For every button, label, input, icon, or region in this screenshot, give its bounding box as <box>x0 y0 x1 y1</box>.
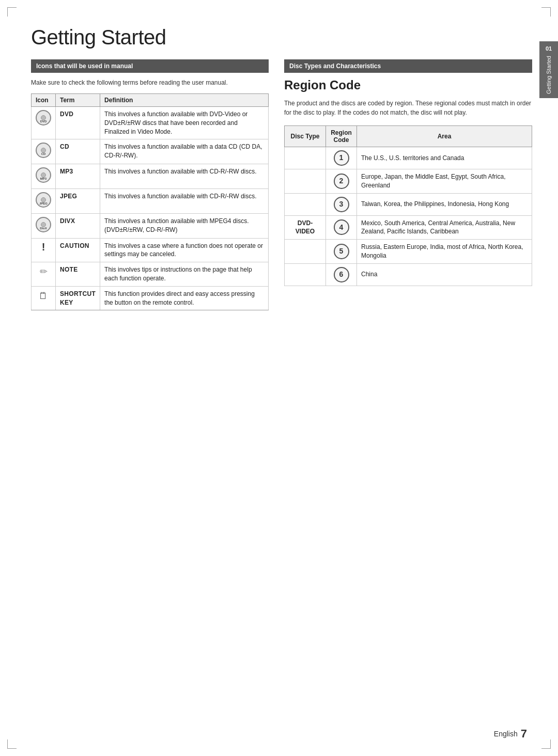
icons-table-row: DivX DivXThis involves a function availa… <box>32 213 269 238</box>
area-cell-5: China <box>357 263 532 286</box>
term-cell-5: CAUTION <box>56 238 100 262</box>
corner-mark-tl <box>7 7 17 17</box>
disc-icon-jpeg: JPEG <box>36 192 51 208</box>
icon-cell-7: 🗒 <box>32 286 56 310</box>
shortcut-icon: 🗒 <box>39 290 48 303</box>
region-col-disc-type: Disc Type <box>285 126 326 147</box>
area-cell-2: Taiwan, Korea, the Philippines, Indonesi… <box>357 193 532 215</box>
col-term: Term <box>56 94 100 107</box>
region-table-row: DVD-VIDEO4Mexico, South America, Central… <box>285 215 532 240</box>
intro-text: Make sure to check the following terms b… <box>31 78 269 87</box>
col-definition: Definition <box>100 94 269 107</box>
term-cell-6: NOTE <box>56 262 100 287</box>
corner-mark-tr <box>541 7 551 17</box>
icon-cell-4: DivX <box>32 213 56 238</box>
icons-table-row: ✏NOTEThis involves tips or instructions … <box>32 262 269 287</box>
area-cell-0: The U.S., U.S. territories and Canada <box>357 147 532 169</box>
disc-icon-dvd: DVD <box>36 110 51 125</box>
icons-section-header: Icons that will be used in manual <box>31 59 269 73</box>
caution-icon: ! <box>42 242 45 252</box>
region-number-3: 3 <box>334 197 349 212</box>
disc-section-header: Disc Types and Characteristics <box>284 59 532 73</box>
page-title: Getting Started <box>31 26 532 49</box>
area-cell-3: Mexico, South America, Central America, … <box>357 215 532 240</box>
disc-type-cell-4 <box>285 240 326 264</box>
corner-mark-bl <box>7 739 17 749</box>
term-cell-2: MP3 <box>56 164 100 189</box>
right-column: Disc Types and Characteristics Region Co… <box>284 59 532 310</box>
definition-cell-7: This function provides direct and easy a… <box>100 286 269 310</box>
icons-table-row: !CAUTIONThis involves a case where a fun… <box>32 238 269 262</box>
region-table-row: 3Taiwan, Korea, the Philippines, Indones… <box>285 193 532 215</box>
region-table-row: 6China <box>285 263 532 286</box>
region-table-row: 5Russia, Eastern Europe, India, most of … <box>285 240 532 264</box>
icons-table-row: JPEG JPEGThis involves a function availa… <box>32 188 269 213</box>
note-icon: ✏ <box>40 265 48 278</box>
disc-type-cell-0 <box>285 147 326 169</box>
disc-icon-mp3: MP3 <box>36 167 51 183</box>
region-number-2: 2 <box>334 174 349 189</box>
region-col-area: Area <box>357 126 532 147</box>
definition-cell-6: This involves tips or instructions on th… <box>100 262 269 287</box>
footer-page-number: 7 <box>521 727 527 741</box>
definition-cell-1: This involves a function available with … <box>100 139 269 164</box>
term-cell-1: CD <box>56 139 100 164</box>
content-columns: Icons that will be used in manual Make s… <box>31 59 532 310</box>
disc-icon-cd: CD <box>36 143 51 158</box>
page-footer: English 7 <box>494 727 527 741</box>
icons-table-row: CD CDThis involves a function available … <box>32 139 269 164</box>
region-number-5: 5 <box>334 244 349 259</box>
definition-cell-2: This involves a function available with … <box>100 164 269 189</box>
side-tab-label: Getting Started <box>546 56 552 94</box>
region-col-code: Region Code <box>326 126 357 147</box>
region-code-cell-3: 4 <box>326 215 357 240</box>
disc-type-cell-3: DVD-VIDEO <box>285 215 326 240</box>
left-column: Icons that will be used in manual Make s… <box>31 59 269 310</box>
term-cell-3: JPEG <box>56 188 100 213</box>
region-number-1: 1 <box>334 150 349 166</box>
area-cell-4: Russia, Eastern Europe, India, most of A… <box>357 240 532 264</box>
region-description: The product and the discs are coded by r… <box>284 99 532 117</box>
disc-type-cell-5 <box>285 263 326 286</box>
region-code-cell-5: 6 <box>326 263 357 286</box>
region-code-cell-1: 2 <box>326 169 357 194</box>
region-code-cell-0: 1 <box>326 147 357 169</box>
region-number-6: 6 <box>334 267 349 282</box>
region-table-row: 2Europe, Japan, the Middle East, Egypt, … <box>285 169 532 194</box>
icon-cell-5: ! <box>32 238 56 262</box>
disc-icon-divx: DivX <box>36 217 51 232</box>
definition-cell-4: This involves a function available with … <box>100 213 269 238</box>
disc-type-cell-1 <box>285 169 326 194</box>
side-tab-number: 01 <box>546 45 552 52</box>
region-table-row: 1The U.S., U.S. territories and Canada <box>285 147 532 169</box>
footer-language: English <box>494 730 518 738</box>
page-wrapper: 01 Getting Started Getting Started Icons… <box>0 0 558 756</box>
definition-cell-0: This involves a function available with … <box>100 107 269 139</box>
definition-cell-3: This involves a function available with … <box>100 188 269 213</box>
icons-table: Icon Term Definition DVD DVDThis involve… <box>31 93 269 310</box>
icons-table-row: 🗒Shortcut KeyThis function provides dire… <box>32 286 269 310</box>
icon-cell-1: CD <box>32 139 56 164</box>
region-code-cell-4: 5 <box>326 240 357 264</box>
col-icon: Icon <box>32 94 56 107</box>
region-code-cell-2: 3 <box>326 193 357 215</box>
icon-cell-3: JPEG <box>32 188 56 213</box>
region-table: Disc Type Region Code Area 1The U.S., U.… <box>284 125 532 286</box>
term-cell-4: DivX <box>56 213 100 238</box>
corner-mark-br <box>541 739 551 749</box>
disc-type-cell-2 <box>285 193 326 215</box>
icon-cell-6: ✏ <box>32 262 56 287</box>
icon-cell-2: MP3 <box>32 164 56 189</box>
region-code-title: Region Code <box>284 78 532 92</box>
definition-cell-5: This involves a case where a function do… <box>100 238 269 262</box>
icons-table-row: DVD DVDThis involves a function availabl… <box>32 107 269 139</box>
side-tab: 01 Getting Started <box>539 41 558 98</box>
icons-table-row: MP3 MP3This involves a function availabl… <box>32 164 269 189</box>
region-number-4: 4 <box>334 219 349 235</box>
term-cell-0: DVD <box>56 107 100 139</box>
term-cell-7: Shortcut Key <box>56 286 100 310</box>
icon-cell-0: DVD <box>32 107 56 139</box>
area-cell-1: Europe, Japan, the Middle East, Egypt, S… <box>357 169 532 194</box>
